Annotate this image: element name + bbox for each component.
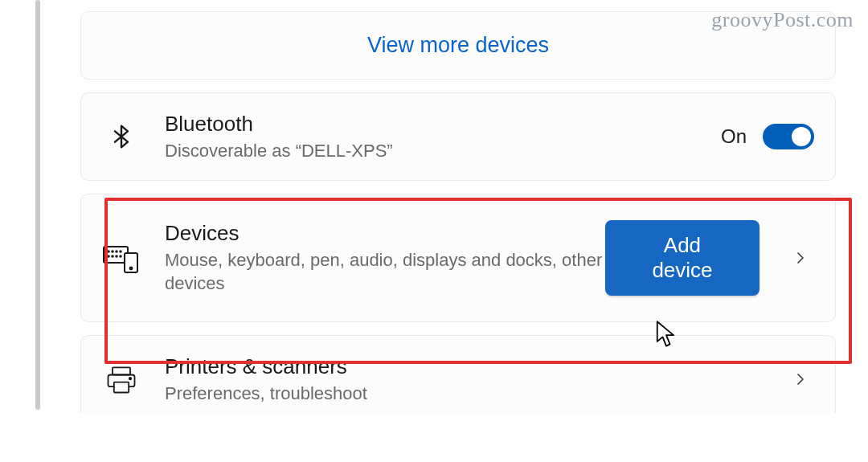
chevron-right-icon[interactable] [793,372,808,386]
watermark-text: groovyPost.com [711,8,854,32]
printers-title: Printers & scanners [165,354,776,380]
devices-title: Devices [165,220,605,247]
svg-point-8 [120,256,121,257]
svg-point-3 [116,251,117,252]
svg-point-1 [108,251,109,252]
svg-point-4 [120,251,121,252]
add-device-button[interactable]: Add device [605,220,760,296]
bluetooth-subtitle: Discoverable as “DELL-XPS” [165,139,721,163]
chevron-right-icon[interactable] [793,251,808,265]
devices-text: Devices Mouse, keyboard, pen, audio, dis… [165,220,605,296]
bluetooth-card[interactable]: Bluetooth Discoverable as “DELL-XPS” On [80,92,836,181]
svg-point-14 [129,378,132,380]
bluetooth-state-label: On [721,125,747,148]
svg-point-7 [116,256,117,257]
svg-point-5 [108,256,109,257]
view-more-devices-link[interactable]: View more devices [367,33,549,58]
devices-card[interactable]: Devices Mouse, keyboard, pen, audio, dis… [80,194,836,322]
bluetooth-text: Bluetooth Discoverable as “DELL-XPS” [165,111,721,162]
toggle-knob [792,127,811,146]
devices-icon [102,242,141,274]
svg-point-10 [130,268,133,270]
settings-panel: View more devices Bluetooth Discoverable… [0,0,868,462]
svg-point-2 [112,251,113,252]
svg-rect-11 [113,368,130,375]
svg-rect-13 [114,382,129,393]
bluetooth-title: Bluetooth [165,111,721,137]
scrollbar-thumb[interactable] [35,0,40,410]
svg-point-6 [112,256,113,257]
printers-subtitle: Preferences, troubleshoot [165,382,776,406]
printers-text: Printers & scanners Preferences, trouble… [165,354,776,405]
bluetooth-icon [102,121,141,153]
bluetooth-toggle-group: On [721,124,814,149]
content-column: View more devices Bluetooth Discoverable… [80,6,836,413]
printers-card[interactable]: Printers & scanners Preferences, trouble… [80,335,836,413]
devices-subtitle: Mouse, keyboard, pen, audio, displays an… [165,248,605,296]
bluetooth-toggle[interactable] [763,124,814,149]
scrollbar-track[interactable] [34,0,42,462]
printer-icon [102,364,141,395]
